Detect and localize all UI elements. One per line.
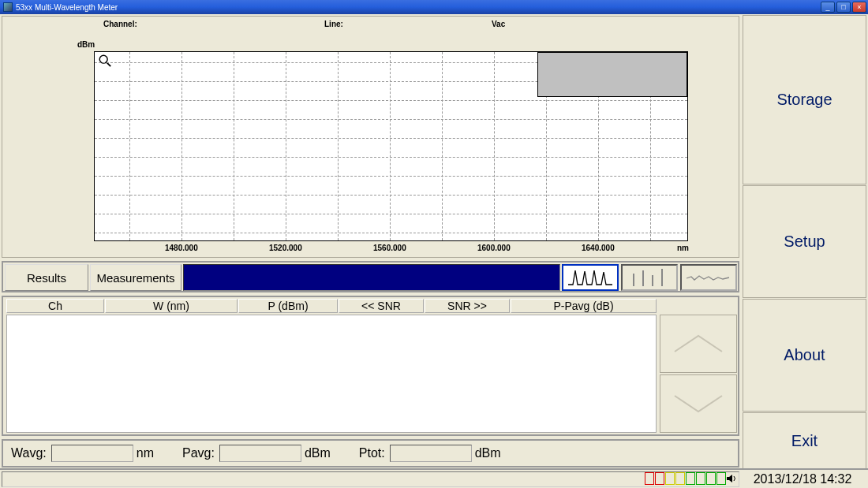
tab-results-label: Results xyxy=(27,271,66,285)
table-body xyxy=(6,315,657,433)
led-red-2 xyxy=(655,472,664,485)
view-noise-button[interactable] xyxy=(680,264,737,291)
spectrum-plot[interactable] xyxy=(94,51,688,241)
xtick-0: 1480.000 xyxy=(165,244,198,252)
col-snr-r[interactable]: SNR >> xyxy=(425,299,510,313)
pavg-unit: dBm xyxy=(305,446,331,460)
side-panel: Storage Setup About Exit xyxy=(741,14,868,468)
chevron-up-icon xyxy=(671,330,726,358)
led-green-2 xyxy=(696,472,705,485)
window-title: 53xx Multi-Wavelength Meter xyxy=(16,3,118,12)
scroll-up-button[interactable] xyxy=(660,315,737,373)
selection-region xyxy=(537,52,687,97)
led-yellow-2 xyxy=(675,472,685,485)
wavg-label: Wavg: xyxy=(11,446,47,460)
tab-row: Results Measurements xyxy=(2,261,739,292)
led-yellow-1 xyxy=(665,472,675,485)
minimize-button[interactable]: _ xyxy=(821,2,835,13)
speaker-icon xyxy=(726,473,737,484)
app-icon xyxy=(3,2,13,12)
col-ppavg[interactable]: P-Pavg (dB) xyxy=(511,299,657,313)
ptot-label: Ptot: xyxy=(359,446,385,460)
ptot-unit: dBm xyxy=(475,446,501,460)
xtick-1: 1520.000 xyxy=(269,244,302,252)
noise-icon xyxy=(685,267,732,288)
peaks-icon xyxy=(567,267,614,288)
main-area: Channel: Line: Vac dBm 5.00 0.00 -5.00 -… xyxy=(0,14,741,468)
window-titlebar: 53xx Multi-Wavelength Meter _ □ × xyxy=(0,0,868,14)
window-controls: _ □ × xyxy=(821,2,866,13)
close-button[interactable]: × xyxy=(852,2,866,13)
storage-button[interactable]: Storage xyxy=(743,15,866,184)
tab-results[interactable]: Results xyxy=(5,264,88,291)
maximize-button[interactable]: □ xyxy=(836,2,851,13)
zoom-icon[interactable] xyxy=(98,54,112,68)
setup-button[interactable]: Setup xyxy=(743,185,866,298)
tab-measurements-label: Measurements xyxy=(96,271,174,285)
led-green-4 xyxy=(716,472,726,485)
vac-label: Vac xyxy=(492,20,505,28)
view-bars-button[interactable] xyxy=(621,264,678,291)
progress-well xyxy=(2,471,739,487)
exit-label: Exit xyxy=(791,432,817,450)
led-group xyxy=(645,472,726,485)
about-label: About xyxy=(784,346,825,364)
wavg-field xyxy=(51,445,133,462)
tab-measurements[interactable]: Measurements xyxy=(90,264,181,291)
table-panel: Ch W (nm) P (dBm) << SNR SNR >> P-Pavg (… xyxy=(2,296,739,436)
tab-strip-filler xyxy=(183,264,560,291)
setup-label: Setup xyxy=(784,233,825,251)
col-p[interactable]: P (dBm) xyxy=(238,299,338,313)
led-green-1 xyxy=(686,472,695,485)
storage-label: Storage xyxy=(776,91,832,109)
bars-icon xyxy=(626,267,673,288)
xtick-2: 1560.000 xyxy=(373,244,406,252)
about-button[interactable]: About xyxy=(743,299,866,412)
xtick-3: 1600.000 xyxy=(477,244,511,252)
channel-label: Channel: xyxy=(103,20,137,28)
led-green-3 xyxy=(706,472,716,485)
ptot-field xyxy=(390,445,472,462)
scroll-down-button[interactable] xyxy=(660,374,737,433)
xtick-4: 1640.000 xyxy=(582,244,615,252)
x-axis-unit: nm xyxy=(677,244,689,252)
chevron-down-icon xyxy=(671,389,726,418)
col-w[interactable]: W (nm) xyxy=(105,299,238,313)
col-snr-l[interactable]: << SNR xyxy=(339,299,424,313)
pavg-field xyxy=(219,445,301,462)
col-ch[interactable]: Ch xyxy=(6,299,104,313)
status-bar: 2013/12/18 14:32 xyxy=(0,468,868,488)
chart-panel: Channel: Line: Vac dBm 5.00 0.00 -5.00 -… xyxy=(2,16,739,258)
y-axis-unit: dBm xyxy=(77,40,95,49)
clock: 2013/12/18 14:32 xyxy=(740,471,865,487)
exit-button[interactable]: Exit xyxy=(743,412,866,469)
pavg-label: Pavg: xyxy=(182,446,215,460)
view-peaks-button[interactable] xyxy=(562,264,619,291)
line-label: Line: xyxy=(324,20,343,28)
led-red-1 xyxy=(645,472,654,485)
wavg-unit: nm xyxy=(137,446,154,460)
summary-bar: Wavg: nm Pavg: dBm Ptot: dBm xyxy=(2,439,739,468)
